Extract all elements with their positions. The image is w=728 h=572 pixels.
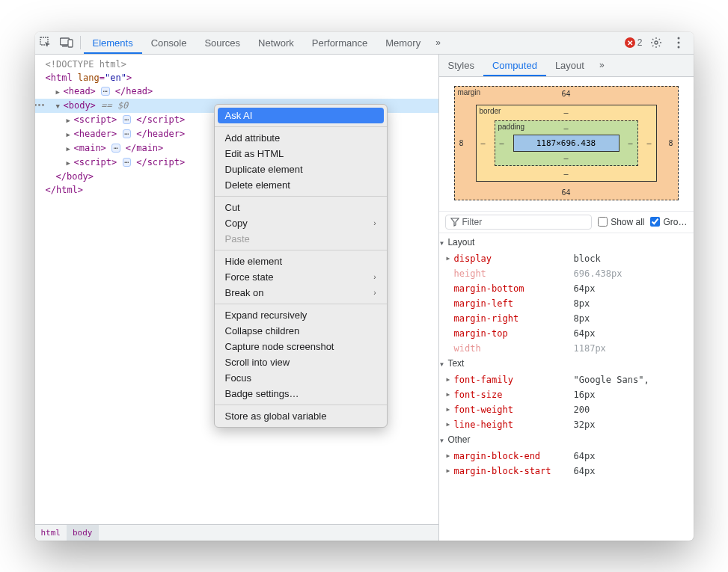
menu-item-paste: Paste	[215, 231, 387, 247]
prop-margin-block-end[interactable]: ▶margin-block-end64px	[439, 449, 694, 464]
svg-rect-3	[68, 40, 73, 47]
border-top-val: –	[563, 108, 568, 117]
box-model-content: 1187×696.438	[513, 135, 620, 152]
group-checkbox[interactable]: Gro…	[650, 217, 687, 227]
prop-font-weight[interactable]: ▶font-weight200	[439, 402, 694, 417]
expand-icon	[447, 266, 454, 281]
styles-tab-layout[interactable]: Layout	[546, 55, 593, 76]
error-icon: ✕	[625, 37, 635, 48]
chevron-right-icon: ›	[373, 289, 376, 297]
expand-icon: ▶	[447, 372, 454, 387]
menu-item-delete-element[interactable]: Delete element	[215, 177, 387, 193]
menu-item-edit-as-html[interactable]: Edit as HTML	[215, 146, 387, 162]
menu-item-label: Scroll into view	[225, 357, 290, 368]
breadcrumbs: htmlbody	[35, 524, 438, 541]
box-model-margin: margin 64 64 8 8 border – – – – paddin	[454, 86, 679, 200]
menu-item-focus[interactable]: Focus	[215, 370, 387, 386]
error-count-badge[interactable]: ✕ 2	[625, 37, 643, 48]
tab-memory[interactable]: Memory	[376, 32, 429, 54]
main-toolbar: ElementsConsoleSourcesNetworkPerformance…	[35, 32, 694, 55]
tab-elements[interactable]: Elements	[84, 32, 142, 54]
menu-item-capture-node-screenshot[interactable]: Capture node screenshot	[215, 339, 387, 354]
prop-margin-top[interactable]: margin-top64px	[439, 326, 694, 341]
menu-item-label: Capture node screenshot	[225, 341, 334, 352]
menu-item-scroll-into-view[interactable]: Scroll into view	[215, 354, 387, 370]
border-bottom-val: –	[563, 170, 568, 178]
filter-input[interactable]: Filter	[445, 215, 593, 230]
more-tabs-icon[interactable]: »	[429, 37, 447, 48]
funnel-icon	[450, 218, 459, 227]
menu-item-add-attribute[interactable]: Add attribute	[215, 130, 387, 146]
menu-item-hide-element[interactable]: Hide element	[215, 253, 387, 269]
more-styles-tabs-icon[interactable]: »	[593, 60, 611, 70]
menu-item-label: Copy	[225, 218, 248, 229]
prop-font-family[interactable]: ▶font-family"Google Sans",	[439, 372, 694, 387]
filter-placeholder: Filter	[462, 217, 483, 227]
menu-item-copy[interactable]: Copy›	[215, 215, 387, 231]
kebab-menu-icon[interactable]	[670, 34, 688, 52]
styles-tab-styles[interactable]: Styles	[439, 55, 483, 76]
toolbar-left: ElementsConsoleSourcesNetworkPerformance…	[35, 32, 447, 54]
margin-right-val: 8	[668, 139, 673, 147]
expand-icon: ▶	[447, 387, 454, 402]
prop-value: 8px	[574, 296, 590, 311]
prop-width[interactable]: width1187px	[439, 341, 694, 356]
prop-name: margin-bottom	[454, 281, 574, 296]
prop-margin-bottom[interactable]: margin-bottom64px	[439, 281, 694, 296]
prop-margin-right[interactable]: margin-right8px	[439, 311, 694, 326]
breadcrumb-html[interactable]: html	[35, 525, 67, 541]
menu-item-collapse-children[interactable]: Collapse children	[215, 323, 387, 339]
prop-height[interactable]: height696.438px	[439, 266, 694, 281]
inspect-icon[interactable]	[35, 32, 56, 55]
prop-margin-left[interactable]: margin-left8px	[439, 296, 694, 311]
border-left-val: –	[481, 139, 486, 147]
dom-doctype[interactable]: <!DOCTYPE html>	[35, 58, 438, 71]
menu-item-store-as-global-variable[interactable]: Store as global variable	[215, 408, 387, 424]
breadcrumb-body[interactable]: body	[67, 525, 99, 541]
prop-value: 64px	[574, 281, 596, 296]
styles-tab-computed[interactable]: Computed	[483, 55, 546, 76]
prop-margin-block-start[interactable]: ▶margin-block-start64px	[439, 464, 694, 479]
expand-icon: ▶	[447, 251, 454, 266]
device-toggle-icon[interactable]	[56, 32, 77, 55]
menu-item-badge-settings-[interactable]: Badge settings…	[215, 386, 387, 402]
prop-name: width	[454, 341, 574, 356]
menu-item-force-state[interactable]: Force state›	[215, 269, 387, 285]
menu-item-label: Hide element	[225, 256, 283, 267]
box-model[interactable]: margin 64 64 8 8 border – – – – paddin	[454, 86, 679, 200]
tab-network[interactable]: Network	[249, 32, 303, 54]
prop-name: margin-top	[454, 326, 574, 341]
menu-item-expand-recursively[interactable]: Expand recursively	[215, 307, 387, 323]
prop-value: 16px	[574, 387, 596, 402]
tab-sources[interactable]: Sources	[195, 32, 249, 54]
prop-font-size[interactable]: ▶font-size16px	[439, 387, 694, 402]
dom-head[interactable]: ▶<head> ⋯ </head>	[35, 84, 438, 99]
prop-value: "Google Sans",	[574, 372, 649, 387]
padding-label: padding	[498, 123, 525, 131]
styles-panel: StylesComputedLayout» margin 64 64 8 8 b…	[439, 55, 694, 541]
prop-name: font-weight	[454, 402, 574, 417]
prop-display[interactable]: ▶displayblock	[439, 251, 694, 266]
expand-icon: ▶	[447, 417, 454, 432]
menu-item-duplicate-element[interactable]: Duplicate element	[215, 162, 387, 177]
menu-item-cut[interactable]: Cut	[215, 200, 387, 215]
menu-item-label: Collapse children	[225, 325, 300, 336]
prop-line-height[interactable]: ▶line-height32px	[439, 417, 694, 432]
prop-group-layout[interactable]: Layout	[439, 235, 694, 251]
dom-html-open[interactable]: <html lang="en">	[35, 71, 438, 84]
menu-item-ask-ai[interactable]: Ask AI	[218, 108, 384, 123]
svg-point-6	[677, 42, 679, 44]
tab-console[interactable]: Console	[142, 32, 196, 54]
box-model-border: border – – – – padding – – – – 11	[476, 105, 657, 182]
expand-icon	[447, 326, 454, 341]
prop-name: margin-left	[454, 296, 574, 311]
settings-icon[interactable]	[647, 34, 665, 52]
show-all-checkbox[interactable]: Show all	[598, 217, 644, 227]
menu-item-break-on[interactable]: Break on›	[215, 285, 387, 301]
prop-group-text[interactable]: Text	[439, 356, 694, 372]
svg-rect-2	[62, 46, 67, 47]
menu-item-label: Ask AI	[225, 110, 253, 121]
tab-performance[interactable]: Performance	[303, 32, 376, 54]
prop-group-other[interactable]: Other	[439, 432, 694, 449]
expand-icon	[447, 296, 454, 311]
